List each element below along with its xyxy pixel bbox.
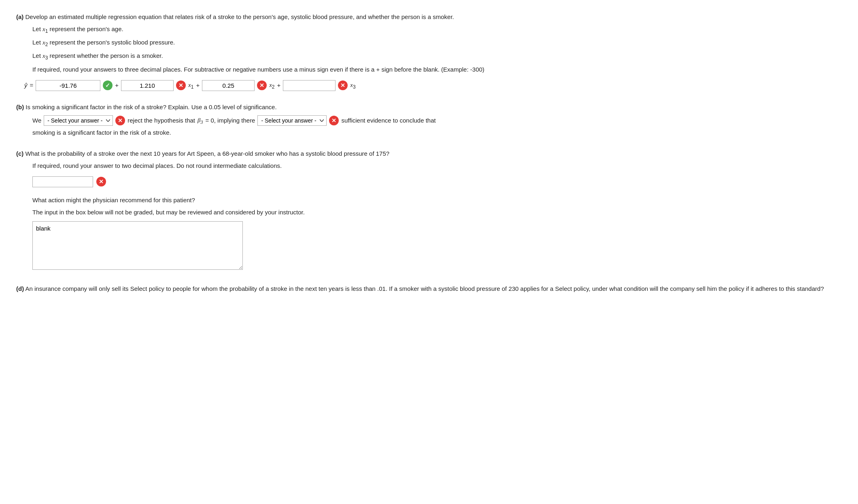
- part-b-continuation: smoking is a significant factor in the r…: [32, 128, 842, 138]
- part-c-question: What is the probability of a stroke over…: [25, 150, 390, 157]
- part-b-label: (b): [16, 104, 24, 110]
- plus1: +: [115, 80, 119, 90]
- part-b-answer-row: We - Select your answer - do do not ✕ re…: [32, 115, 842, 126]
- part-b-question: Is smoking a significant factor in the r…: [25, 104, 276, 110]
- def-x1: Let x1 represent the person's age.: [32, 24, 842, 35]
- part-c-label: (c): [16, 150, 23, 157]
- coef-x2-input[interactable]: [202, 80, 255, 91]
- coef-x3-input[interactable]: [283, 80, 336, 91]
- plus3: +: [277, 80, 281, 90]
- x2-label: x2: [269, 80, 274, 91]
- probability-input[interactable]: [32, 176, 93, 187]
- part-d-question: An insurance company will only sell its …: [25, 285, 824, 292]
- plus2: +: [196, 80, 200, 90]
- beta3-symbol: β3: [198, 115, 203, 126]
- part-c-input-row: ✕: [32, 176, 842, 187]
- part-a-question: Develop an estimated multiple regression…: [25, 13, 454, 20]
- part-c-note-text: If required, round your answer to two de…: [32, 161, 842, 171]
- select1-wrapper: - Select your answer - do do not: [44, 115, 113, 126]
- probability-x-icon: ✕: [96, 177, 106, 186]
- textarea-note: The input in the box below will not be g…: [32, 208, 842, 217]
- x3-label: x3: [350, 80, 355, 91]
- equation-row: ŷ = ✓ + ✕ x1 + ✕ x2 + ✕ x3: [24, 80, 842, 91]
- select2-wrapper: - Select your answer - is is not: [257, 115, 327, 126]
- equals-zero-text: = 0, implying there: [205, 116, 255, 125]
- reject-text: reject the hypothesis that: [127, 116, 195, 125]
- intercept-input[interactable]: [36, 80, 100, 91]
- part-a-label: (a): [16, 13, 23, 20]
- select-answer-1[interactable]: - Select your answer - do do not: [44, 115, 113, 126]
- part-c-section: (c) What is the probability of a stroke …: [16, 149, 842, 273]
- coef-x1-x-icon: ✕: [176, 80, 186, 90]
- x1-label: x1: [188, 80, 193, 91]
- yhat-symbol: ŷ: [24, 80, 28, 90]
- select1-x-icon: ✕: [115, 116, 125, 125]
- select-answer-2[interactable]: - Select your answer - is is not: [257, 115, 327, 126]
- coef-x1-input[interactable]: [121, 80, 174, 91]
- part-a-note: If required, round your answers to three…: [32, 65, 842, 74]
- def-x2: Let x2 represent the person's systolic b…: [32, 38, 842, 49]
- part-a-definitions: Let x1 represent the person's age. Let x…: [32, 24, 842, 74]
- coef-x3-x-icon: ✕: [338, 80, 348, 90]
- part-d-section: (d) An insurance company will only sell …: [16, 284, 842, 294]
- action-question: What action might the physician recommen…: [32, 195, 842, 205]
- equals-symbol: =: [30, 80, 34, 90]
- def-x3: Let x3 represent whether the person is a…: [32, 51, 842, 62]
- coef-x2-x-icon: ✕: [257, 80, 267, 90]
- part-c-note: If required, round your answer to two de…: [32, 161, 842, 171]
- physician-section: What action might the physician recommen…: [32, 195, 842, 217]
- physician-textarea[interactable]: blank: [32, 221, 243, 270]
- textarea-wrapper: blank: [32, 221, 842, 273]
- sufficient-text: sufficient evidence to conclude that: [341, 116, 435, 125]
- intercept-check-icon: ✓: [103, 80, 113, 90]
- continuation-text: smoking is a significant factor in the r…: [32, 129, 171, 136]
- part-d-label: (d): [16, 285, 24, 292]
- we-label: We: [32, 116, 41, 125]
- part-b-section: (b) Is smoking a significant factor in t…: [16, 102, 842, 138]
- part-a-section: (a) Develop an estimated multiple regres…: [16, 12, 842, 91]
- select2-x-icon: ✕: [329, 116, 339, 125]
